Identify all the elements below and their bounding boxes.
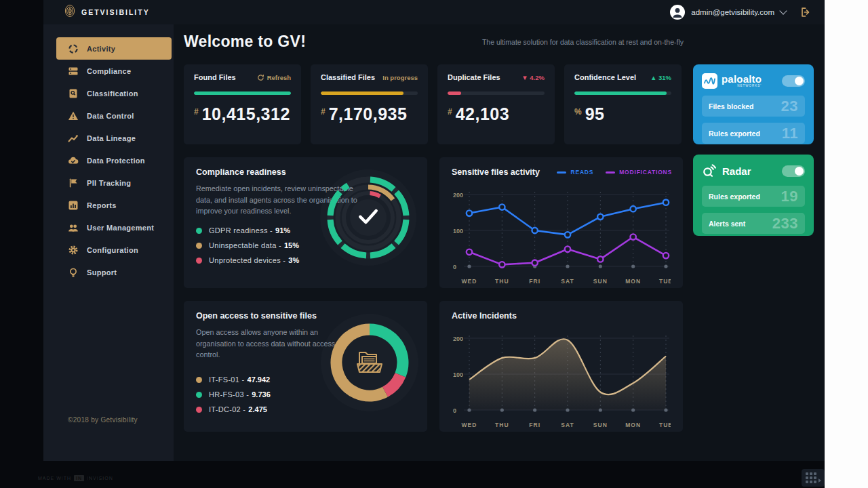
confidence-level-value: 95 [585,105,605,124]
legend-dot [196,258,202,264]
legend-dot [196,377,202,383]
sidebar-item-pii-tracking[interactable]: PII Tracking [56,171,172,194]
avatar[interactable] [670,5,685,20]
app-grid-icon[interactable] [802,469,825,487]
progress-bar [448,92,545,95]
svg-text:TUE: TUE [659,422,671,428]
svg-text:100: 100 [453,228,463,235]
area-chart: 0100200WEDTHUFRISATSUNMONTUE [452,329,671,430]
cloud-check-icon [68,155,79,166]
paloalto-integration-card: paloalto NETWORKS' Files blocked 23 Rule… [693,64,814,144]
svg-text:WED: WED [462,422,477,428]
svg-text:SAT: SAT [561,278,574,285]
sidebar-item-reports[interactable]: Reports [56,194,172,216]
paloalto-logo-mark [702,73,717,89]
svg-text:SUN: SUN [593,422,608,428]
bar-chart-icon [68,200,79,211]
chevron-down-icon[interactable] [779,7,787,14]
svg-text:200: 200 [453,192,463,199]
rules-exported-row[interactable]: Rules exported 19 [702,186,805,207]
svg-text:THU: THU [495,422,509,428]
compliance-readiness-card: Compliance readiness Remediate open inci… [184,157,427,288]
legend-modifications[interactable]: MODIFICATIONS [606,169,672,176]
refresh-icon [257,74,264,81]
document-search-icon [68,88,79,99]
user-email-dropdown[interactable]: admin@getvisibility.com [691,8,774,16]
bottom-strip [0,461,825,488]
sidebar-item-compliance[interactable]: Compliance [56,60,172,82]
users-icon [68,222,79,233]
refresh-button[interactable]: Refresh [257,74,291,81]
invision-watermark: MADE WITH IN INVISION [38,475,113,481]
svg-text:FRI: FRI [529,278,540,285]
line-chart: 0100200WEDTHUFRISATSUNMONTUE [452,185,671,287]
sidebar-item-activity[interactable]: Activity [56,37,172,60]
qradar-toggle[interactable] [782,165,805,177]
main-content: Welcome to GV! The ultimate solution for… [174,24,825,461]
sidebar-item-classification[interactable]: Classification [56,82,172,104]
sidebar-item-configuration[interactable]: Configuration [56,239,172,261]
sidebar-item-data-protection[interactable]: Data Protection [56,149,172,171]
left-edge-strip [0,0,43,488]
brand-logo: GETVISIBILITY [64,4,150,20]
alerts-sent-row[interactable]: Alerts sent 233 [702,213,805,234]
progress-bar [321,92,418,95]
sidebar: Activity Compliance Classification [43,24,174,461]
qradar-logo-mark [702,163,717,178]
page-subtitle: The ultimate solution for data classific… [482,38,684,46]
open-access-donut-chart [319,312,420,413]
legend-dot [196,407,202,413]
svg-text:MON: MON [625,422,641,428]
open-access-card: Open access to sensitive files Open acce… [184,301,427,432]
active-incidents-card: Active Incidents 0100200WEDTHUFRISATSUNM… [439,301,683,432]
progress-bar [194,92,291,95]
sidebar-item-data-lineage[interactable]: Data Lineage [56,127,172,149]
rules-exported-row[interactable]: Rules exported 11 [702,123,805,144]
svg-text:MON: MON [625,278,641,285]
line-chart-legend: READS MODIFICATIONS [557,169,672,176]
svg-text:200: 200 [453,336,463,342]
qradar-logo: Radar [702,163,751,178]
svg-text:0: 0 [453,264,456,270]
compliance-donut-chart [317,167,419,268]
right-white-strip [825,0,868,488]
svg-text:WED: WED [462,278,477,285]
legend-reads[interactable]: READS [557,169,593,176]
in-progress-badge: In progress [382,74,418,81]
duplicate-files-card: Duplicate Files ▼ 4.2% # 42,103 [437,64,555,144]
activity-icon [68,43,79,54]
grid-caret-icon [818,479,821,483]
svg-text:TUE: TUE [659,278,671,285]
trend-line-icon [68,133,79,144]
open-folder-icon [353,346,386,379]
top-bar: GETVISIBILITY admin@getvisibility.com [43,0,825,24]
sidebar-item-user-management[interactable]: User Management [56,216,172,239]
logout-icon[interactable] [800,7,811,18]
delta-down-badge: ▼ 4.2% [521,74,545,81]
sidebar-item-data-control[interactable]: Data Control [56,104,172,127]
files-blocked-row[interactable]: Files blocked 23 [702,96,805,117]
server-icon [68,66,79,77]
svg-text:FRI: FRI [529,422,540,428]
copyright: ©2018 by Getvisibility [68,416,138,424]
brand-name: GETVISIBILITY [81,8,150,16]
page-title: Welcome to GV! [184,33,306,51]
svg-text:SAT: SAT [561,422,574,428]
qradar-integration-card: Radar Rules exported 19 Alerts sent 233 [693,155,814,236]
svg-text:0: 0 [453,407,456,414]
paloalto-toggle[interactable] [782,75,805,87]
svg-text:SUN: SUN [593,278,608,285]
svg-text:100: 100 [453,371,463,378]
flag-icon [68,178,79,188]
checkmark-icon [356,207,380,228]
lightbulb-icon [68,267,79,278]
delta-up-badge: ▲ 31% [650,74,671,81]
legend-dot [196,243,202,249]
progress-bar [574,92,671,95]
found-files-card: Found Files Refresh # 10,415,312 [184,64,301,144]
sidebar-item-support[interactable]: Support [56,261,172,283]
legend-dot [196,228,202,234]
sensitive-files-activity-card: Sensitive files activity READS MODIFICAT… [439,157,683,288]
svg-text:THU: THU [495,278,509,285]
paloalto-logo: paloalto NETWORKS' [702,73,762,89]
